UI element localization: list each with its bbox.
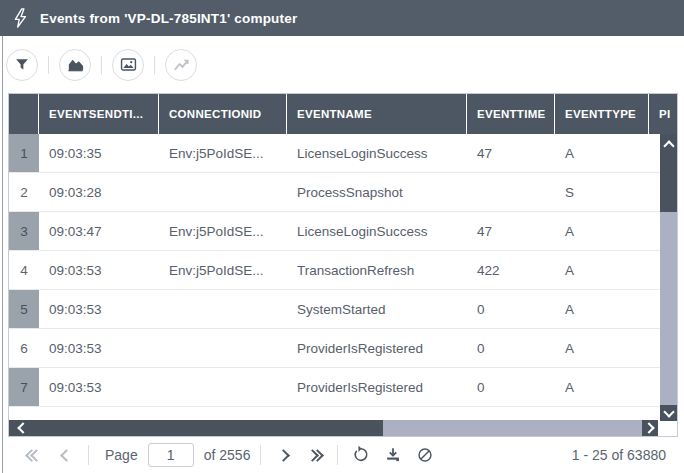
cell-eventtime: 0 — [467, 329, 555, 367]
previous-page-button — [54, 443, 78, 467]
cell-eventtype: A — [555, 251, 649, 289]
scroll-right-button[interactable] — [642, 420, 658, 436]
row-number-cell[interactable]: 5 — [9, 290, 39, 328]
cell-connectionid — [159, 290, 287, 328]
cell-eventtime: 0 — [467, 368, 555, 406]
cell-eventname: LicenseLoginSuccess — [287, 134, 467, 172]
cell-eventtime: 47 — [467, 212, 555, 250]
table-row[interactable]: 5 09:03:53 SystemStarted 0 A — [9, 290, 660, 329]
refresh-button[interactable] — [348, 443, 374, 467]
cell-connectionid — [159, 173, 287, 211]
cell-pi — [649, 134, 660, 172]
cell-eventsendtime: 09:03:53 — [39, 368, 159, 406]
row-number-cell[interactable]: 3 — [9, 212, 39, 250]
image-icon — [119, 55, 138, 74]
table-row[interactable]: 2 09:03:28 ProcessSnapshot S — [9, 173, 660, 212]
cell-eventtime — [467, 173, 555, 211]
scroll-left-icon — [17, 422, 28, 433]
table-row[interactable]: 4 09:03:53 Env:j5PoIdSE... TransactionRe… — [9, 251, 660, 290]
cell-eventname: LicenseLoginSuccess — [287, 212, 467, 250]
chevron-left-icon — [60, 449, 73, 462]
cell-connectionid: Env:j5PoIdSE... — [159, 251, 287, 289]
horizontal-scrollbar-thumb[interactable] — [9, 420, 383, 436]
grid-body: 1 09:03:35 Env:j5PoIdSE... LicenseLoginS… — [9, 134, 660, 421]
toolbar-divider — [101, 56, 102, 74]
cell-eventtime: 0 — [467, 290, 555, 328]
cell-eventname: ProviderIsRegistered — [287, 329, 467, 367]
cell-pi — [649, 329, 660, 367]
cell-connectionid: Env:j5PoIdSE... — [159, 134, 287, 172]
vertical-scrollbar-thumb[interactable] — [660, 134, 677, 212]
cell-eventtype: S — [555, 173, 649, 211]
lightning-bolt-icon — [12, 8, 27, 28]
line-chart-icon — [172, 55, 191, 74]
cell-pi — [649, 368, 660, 406]
page-number-input[interactable] — [148, 443, 194, 467]
grid-header-row: EVENTSENDTI... CONNECTIONID EVENTNAME EV… — [9, 94, 677, 134]
footer-divider — [88, 445, 89, 465]
table-row[interactable]: 7 09:03:53 ProviderIsRegistered 0 A — [9, 368, 660, 407]
last-page-button[interactable] — [303, 443, 327, 467]
row-number-cell[interactable]: 6 — [9, 329, 39, 367]
cancel-icon — [416, 446, 434, 464]
cell-eventtype: A — [555, 368, 649, 406]
download-button[interactable] — [380, 443, 406, 467]
toolbar — [0, 36, 684, 93]
area-chart-button[interactable] — [59, 49, 91, 81]
table-row[interactable]: 1 09:03:35 Env:j5PoIdSE... LicenseLoginS… — [9, 134, 660, 173]
cell-connectionid: Env:j5PoIdSE... — [159, 212, 287, 250]
panel-left-border — [2, 36, 3, 473]
column-header-pi[interactable]: PI — [649, 94, 677, 134]
toolbar-divider — [154, 56, 155, 74]
column-header-eventtime[interactable]: EVENTTIME — [467, 94, 555, 134]
horizontal-scrollbar[interactable] — [9, 420, 658, 436]
panel-titlebar: Events from 'VP-DL-785INT1' computer — [0, 0, 684, 36]
cell-eventsendtime: 09:03:28 — [39, 173, 159, 211]
row-number-cell[interactable]: 1 — [9, 134, 39, 172]
column-header-connectionid[interactable]: CONNECTIONID — [159, 94, 287, 134]
cancel-button[interactable] — [412, 443, 438, 467]
cell-eventname: ProviderIsRegistered — [287, 368, 467, 406]
filter-button[interactable] — [6, 49, 38, 81]
cell-eventsendtime: 09:03:53 — [39, 251, 159, 289]
column-header-eventsendtime[interactable]: EVENTSENDTI... — [39, 94, 159, 134]
scroll-down-icon — [663, 406, 674, 417]
page-label: Page — [105, 447, 138, 463]
pagination-toolbar: Page of 2556 — [0, 437, 684, 473]
scroll-down-button[interactable] — [660, 405, 677, 421]
filter-funnel-icon — [13, 56, 31, 74]
cell-eventsendtime: 09:03:35 — [39, 134, 159, 172]
cell-connectionid — [159, 329, 287, 367]
line-chart-button — [165, 49, 197, 81]
row-number-cell[interactable]: 4 — [9, 251, 39, 289]
cell-pi — [649, 290, 660, 328]
vertical-scrollbar[interactable] — [660, 134, 677, 421]
cell-eventname: TransactionRefresh — [287, 251, 467, 289]
next-page-button[interactable] — [271, 443, 295, 467]
cell-pi — [649, 251, 660, 289]
scroll-up-icon — [663, 140, 674, 151]
image-button[interactable] — [112, 49, 144, 81]
row-number-cell[interactable]: 7 — [9, 368, 39, 406]
row-number-cell[interactable]: 2 — [9, 173, 39, 211]
cell-eventtype: A — [555, 212, 649, 250]
table-row[interactable]: 6 09:03:53 ProviderIsRegistered 0 A — [9, 329, 660, 368]
record-range-label: 1 - 25 of 63880 — [572, 447, 666, 463]
cell-eventtime: 47 — [467, 134, 555, 172]
column-header-eventname[interactable]: EVENTNAME — [287, 94, 467, 134]
refresh-icon — [352, 446, 370, 464]
cell-eventsendtime: 09:03:53 — [39, 329, 159, 367]
download-icon — [384, 446, 402, 464]
toolbar-divider — [48, 56, 49, 74]
cell-eventtype: A — [555, 290, 649, 328]
cell-pi — [649, 212, 660, 250]
scroll-right-icon — [643, 422, 654, 433]
first-page-button — [22, 443, 46, 467]
cell-eventsendtime: 09:03:47 — [39, 212, 159, 250]
column-header-rownum[interactable] — [9, 94, 39, 134]
column-header-eventtype[interactable]: EVENTTYPE — [555, 94, 649, 134]
table-row[interactable]: 3 09:03:47 Env:j5PoIdSE... LicenseLoginS… — [9, 212, 660, 251]
cell-eventname: SystemStarted — [287, 290, 467, 328]
chevron-right-icon — [277, 449, 290, 462]
cell-eventtype: A — [555, 329, 649, 367]
